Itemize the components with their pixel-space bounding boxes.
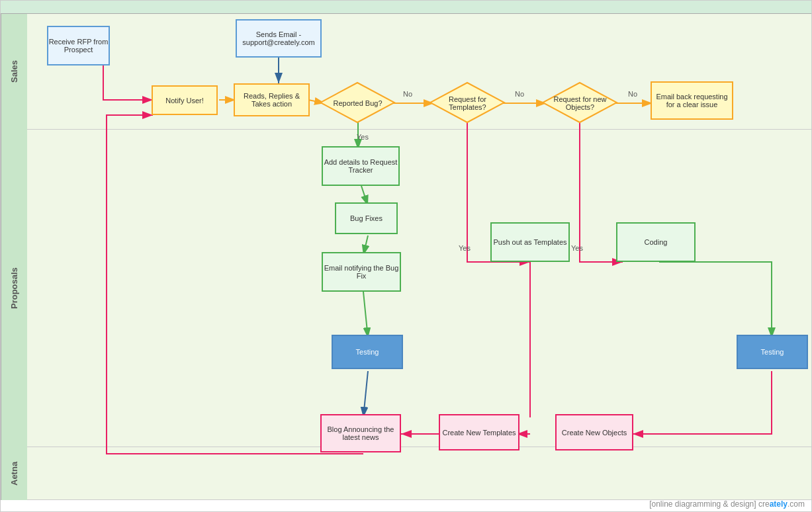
node-reported-bug[interactable]: Reported Bug? bbox=[320, 81, 396, 124]
lane-label-proposals: Proposals bbox=[1, 130, 27, 447]
node-blog-announcing[interactable]: Blog Announcing the latest news bbox=[320, 414, 401, 452]
label-no3: No bbox=[628, 90, 637, 98]
lane-label-aetna: Aetna bbox=[1, 447, 27, 500]
node-receive-rfp[interactable]: Receive RFP from Prospect bbox=[47, 26, 110, 65]
node-email-notifying[interactable]: Email notifying the Bug Fix bbox=[322, 252, 401, 292]
node-testing-right[interactable]: Testing bbox=[737, 335, 808, 369]
node-create-new-objects[interactable]: Create New Objects bbox=[555, 414, 633, 450]
node-coding[interactable]: Coding bbox=[616, 222, 696, 262]
node-sends-email[interactable]: Sends Email - support@creately.com bbox=[236, 19, 322, 58]
header-bar bbox=[1, 1, 811, 14]
node-reads-replies[interactable]: Reads, Replies & Takes action bbox=[234, 83, 310, 116]
node-notify-user[interactable]: Notify User! bbox=[152, 85, 218, 115]
label-yes3: Yes bbox=[571, 244, 583, 252]
lane-proposals-bg bbox=[1, 130, 811, 447]
label-yes2: Yes bbox=[459, 244, 471, 252]
node-push-out-templates[interactable]: Push out as Templates bbox=[490, 222, 570, 262]
lane-label-sales: Sales bbox=[1, 14, 27, 130]
node-bug-fixes[interactable]: Bug Fixes bbox=[335, 202, 398, 234]
node-request-new-objects[interactable]: Request for new Objects? bbox=[542, 81, 618, 124]
label-yes1: Yes bbox=[357, 133, 369, 141]
label-no2: No bbox=[515, 90, 524, 98]
footer: [online diagramming & design] creately.c… bbox=[649, 499, 805, 509]
lane-aetna-bg bbox=[1, 447, 811, 500]
node-create-new-templates[interactable]: Create New Templates bbox=[439, 414, 519, 450]
label-no1: No bbox=[403, 90, 412, 98]
node-testing-left[interactable]: Testing bbox=[332, 335, 403, 369]
diagram-container: Sales Proposals Aetna bbox=[0, 0, 812, 512]
node-request-templates[interactable]: Request for Templates? bbox=[429, 81, 506, 124]
node-add-details[interactable]: Add details to Request Tracker bbox=[322, 146, 400, 186]
node-email-back[interactable]: Email back requesting for a clear issue bbox=[651, 81, 733, 120]
